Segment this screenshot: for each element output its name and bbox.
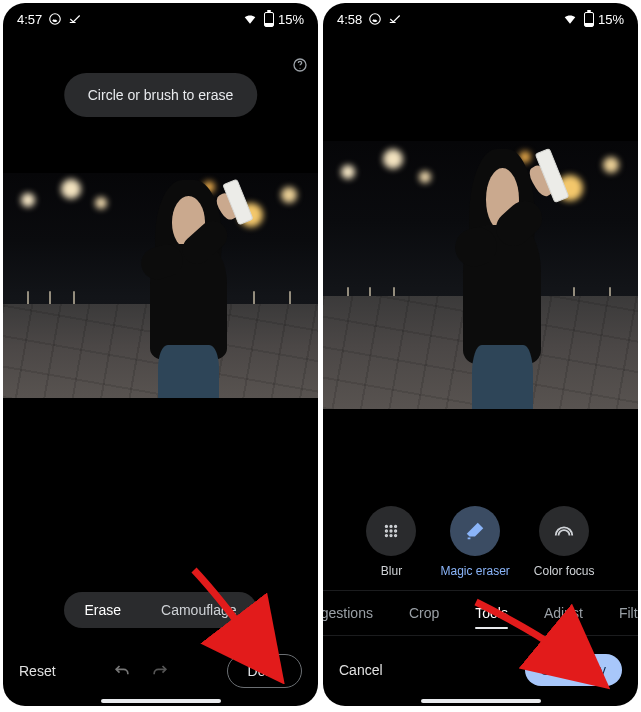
photo-subject <box>116 173 255 398</box>
phone-editor-tools-screen: 4:58 15% <box>323 3 638 706</box>
wifi-icon <box>562 12 578 26</box>
reminder-notification-icon <box>388 12 402 26</box>
svg-point-2 <box>299 68 300 69</box>
tool-magic-eraser[interactable]: Magic eraser <box>440 506 509 578</box>
svg-point-8 <box>391 530 393 532</box>
undo-icon[interactable] <box>112 661 132 681</box>
color-focus-icon <box>552 520 576 542</box>
mode-camouflage[interactable]: Camouflage <box>141 592 257 628</box>
status-left: 4:58 <box>337 12 402 27</box>
status-time: 4:58 <box>337 12 362 27</box>
tab-suggestions[interactable]: ggestions <box>323 591 381 635</box>
tool-label: Color focus <box>534 564 595 578</box>
photo-subject <box>430 141 569 409</box>
tab-tools[interactable]: Tools <box>467 591 516 635</box>
svg-point-9 <box>395 530 397 532</box>
reset-button[interactable]: Reset <box>19 663 56 679</box>
footer-bar: Cancel Save copy <box>323 654 638 686</box>
svg-point-0 <box>50 14 61 25</box>
undo-redo-group <box>112 661 170 681</box>
save-copy-button[interactable]: Save copy <box>525 654 622 686</box>
svg-point-5 <box>391 526 393 528</box>
status-right: 15% <box>242 12 304 27</box>
reminder-notification-icon <box>68 12 82 26</box>
status-left: 4:57 <box>17 12 82 27</box>
blur-icon <box>380 520 402 542</box>
editor-tabs: ggestions Crop Tools Adjust Filters <box>323 590 638 636</box>
mode-erase[interactable]: Erase <box>64 592 141 628</box>
help-icon[interactable] <box>292 57 308 73</box>
battery-icon <box>262 12 274 27</box>
whatsapp-notification-icon <box>48 12 62 26</box>
tab-adjust[interactable]: Adjust <box>536 591 591 635</box>
gesture-bar <box>421 699 541 703</box>
svg-point-11 <box>391 535 393 537</box>
mode-selector: Erase Camouflage <box>3 592 318 628</box>
tool-blur[interactable]: Blur <box>366 506 416 578</box>
tool-label: Magic eraser <box>440 564 509 578</box>
photo-canvas[interactable] <box>323 141 638 409</box>
redo-icon[interactable] <box>150 661 170 681</box>
phone-magic-eraser-screen: 4:57 15% Circle or brush to <box>3 3 318 706</box>
bottom-bar: Reset Done <box>3 654 318 688</box>
svg-point-3 <box>370 14 381 25</box>
magic-eraser-icon <box>464 520 486 542</box>
battery-percent: 15% <box>278 12 304 27</box>
status-right: 15% <box>562 12 624 27</box>
tool-label: Blur <box>381 564 402 578</box>
done-button[interactable]: Done <box>227 654 302 688</box>
tool-color-focus[interactable]: Color focus <box>534 506 595 578</box>
tab-crop[interactable]: Crop <box>401 591 447 635</box>
status-bar: 4:57 15% <box>3 3 318 33</box>
gesture-bar <box>101 699 221 703</box>
cancel-button[interactable]: Cancel <box>339 662 383 678</box>
svg-point-12 <box>395 535 397 537</box>
status-bar: 4:58 15% <box>323 3 638 33</box>
svg-point-7 <box>386 530 388 532</box>
svg-point-10 <box>386 535 388 537</box>
status-time: 4:57 <box>17 12 42 27</box>
svg-point-4 <box>386 526 388 528</box>
tab-filters[interactable]: Filters <box>611 591 638 635</box>
instruction-tooltip: Circle or brush to erase <box>64 73 258 117</box>
battery-icon <box>582 12 594 27</box>
tool-buttons: Blur Magic eraser Color focus <box>323 506 638 578</box>
screenshot-pair: 4:57 15% Circle or brush to <box>0 0 641 712</box>
svg-point-6 <box>395 526 397 528</box>
whatsapp-notification-icon <box>368 12 382 26</box>
wifi-icon <box>242 12 258 26</box>
photo-canvas[interactable] <box>3 173 318 398</box>
battery-percent: 15% <box>598 12 624 27</box>
